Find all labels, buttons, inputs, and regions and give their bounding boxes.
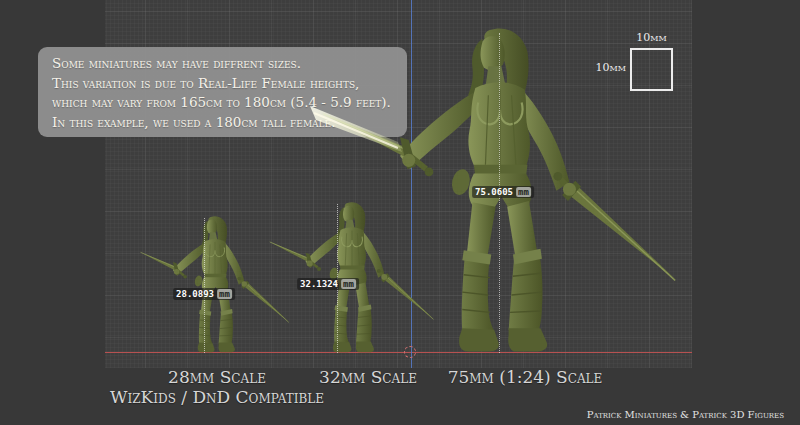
scale-label-28mm: 28mm Scale — [168, 367, 266, 387]
measure-label-32mm: 32.1324 mm — [297, 278, 359, 290]
scale-label-32mm: 32mm Scale — [319, 367, 417, 387]
measure-unit: mm — [217, 289, 232, 299]
measure-value: 28.0893 — [176, 289, 214, 299]
miniature-scene — [0, 0, 800, 425]
measure-label-28mm: 28.0893 mm — [173, 288, 235, 300]
reference-square-side-label: 10mm — [593, 61, 626, 74]
measure-label-75mm: 75.0605 mm — [472, 186, 534, 198]
measure-unit: mm — [516, 187, 531, 197]
reference-square — [630, 48, 673, 91]
credit-text: Patrick Miniatures & Patrick 3D Figures — [587, 409, 784, 420]
measure-unit: mm — [341, 279, 356, 289]
miniature-model-28mm[interactable] — [139, 216, 289, 352]
measure-line-28mm — [204, 218, 205, 353]
measure-value: 75.0605 — [475, 187, 513, 197]
scale-sublabel-28mm: WizKids / DnD Compatible — [110, 387, 324, 407]
glowing-sword-beam — [310, 106, 402, 152]
measure-value: 32.1324 — [300, 279, 338, 289]
scale-label-75mm: 75mm (1:24) Scale — [448, 367, 603, 387]
viewport: Some miniatures may have diffrent sizes.… — [0, 0, 800, 425]
reference-square-top-label: 10mm — [630, 31, 673, 44]
